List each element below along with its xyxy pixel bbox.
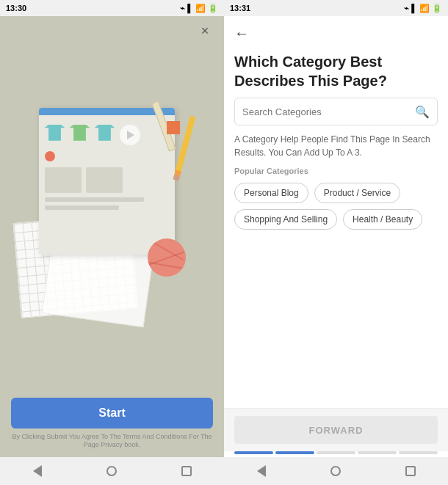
card-body xyxy=(39,115,175,219)
right-nav-bar xyxy=(224,457,448,485)
back-button[interactable]: ← xyxy=(234,25,438,42)
illustration xyxy=(24,93,200,321)
left-status-icons: ⌁ ▌ 📶 🔋 xyxy=(180,4,218,13)
start-button[interactable]: Start xyxy=(11,398,213,429)
card-text-line-2 xyxy=(45,205,119,210)
right-panel: 13:31 ⌁ ▌ 📶 🔋 ← Which Category Best Desc… xyxy=(224,0,448,485)
progress-segment-3 xyxy=(317,451,355,454)
tag-shopping-selling[interactable]: Shopping And Selling xyxy=(234,209,337,230)
tshirt-icon-2 xyxy=(70,125,90,141)
play-triangle-icon xyxy=(127,131,134,139)
right-back-triangle-icon xyxy=(257,465,266,477)
progress-segment-1 xyxy=(234,451,273,454)
progress-segment-4 xyxy=(358,451,397,454)
illustration-area xyxy=(0,16,224,390)
progress-segment-5 xyxy=(399,451,438,454)
search-input[interactable] xyxy=(242,106,409,117)
left-signal-icon: ▌ xyxy=(187,4,193,12)
card-text-line-1 xyxy=(45,197,144,202)
right-bluetooth-icon: ⌁ xyxy=(404,4,409,13)
right-signal-icon: ▌ xyxy=(411,4,417,12)
nav-recent-icon[interactable] xyxy=(179,464,194,478)
home-circle-icon xyxy=(106,466,117,476)
category-tags: Personal Blog Product / Service Shopping… xyxy=(234,183,438,230)
img-placeholder-1 xyxy=(45,167,82,193)
right-content: ← Which Category Best Describes This Pag… xyxy=(224,16,448,408)
nav-back-icon[interactable] xyxy=(30,464,45,478)
right-recent-square-icon xyxy=(405,466,416,476)
tag-personal-blog[interactable]: Personal Blog xyxy=(234,183,308,203)
right-wifi-icon: 📶 xyxy=(419,4,430,13)
close-button[interactable]: × xyxy=(195,21,215,41)
right-status-icons: ⌁ ▌ 📶 🔋 xyxy=(404,4,442,13)
tshirts-row xyxy=(45,125,169,145)
tshirt-icon-3 xyxy=(95,125,115,141)
forward-area: FORWARD xyxy=(224,409,448,451)
terms-text: By Clicking Submit You Agree To The Term… xyxy=(11,433,213,450)
left-status-bar: 13:30 ⌁ ▌ 📶 🔋 xyxy=(0,0,224,16)
helper-text: A Category Help People Find This Page In… xyxy=(234,133,438,159)
left-bluetooth-icon: ⌁ xyxy=(180,4,185,13)
search-icon: 🔍 xyxy=(415,105,430,119)
close-icon: × xyxy=(201,23,209,39)
nav-home-icon[interactable] xyxy=(104,464,119,478)
img-placeholder-2 xyxy=(86,167,123,193)
right-nav-recent-icon[interactable] xyxy=(403,464,418,478)
left-time: 13:30 xyxy=(6,4,26,12)
progress-segment-2 xyxy=(275,451,314,454)
main-card xyxy=(39,108,175,255)
forward-button[interactable]: FORWARD xyxy=(234,416,438,444)
orange-square xyxy=(167,121,180,134)
right-status-bar: 13:31 ⌁ ▌ 📶 🔋 xyxy=(224,0,448,16)
right-nav-back-icon[interactable] xyxy=(254,464,269,478)
play-button xyxy=(120,125,140,145)
left-battery-icon: 🔋 xyxy=(208,4,218,13)
tag-product-service[interactable]: Product / Service xyxy=(314,183,400,203)
search-box[interactable]: 🔍 xyxy=(234,98,438,125)
left-bottom-area: Start By Clicking Submit You Agree To Th… xyxy=(0,390,224,457)
progress-bar xyxy=(224,451,448,457)
yarn-ball xyxy=(148,238,186,277)
back-triangle-icon xyxy=(33,465,42,477)
orange-dot xyxy=(45,151,55,161)
tag-health-beauty[interactable]: Health / Beauty xyxy=(343,209,422,230)
right-time: 13:31 xyxy=(230,4,250,12)
left-nav-bar xyxy=(0,457,224,485)
left-panel: 13:30 ⌁ ▌ 📶 🔋 × xyxy=(0,0,224,485)
right-battery-icon: 🔋 xyxy=(432,4,442,13)
image-placeholders xyxy=(45,167,169,193)
right-nav-home-icon[interactable] xyxy=(328,464,343,478)
yarn-line-3 xyxy=(148,262,186,270)
left-wifi-icon: 📶 xyxy=(195,4,206,13)
popular-label: Popular Categories xyxy=(234,167,438,175)
recent-square-icon xyxy=(181,466,192,476)
right-home-circle-icon xyxy=(330,466,341,476)
tshirt-icon-1 xyxy=(45,125,65,141)
page-title: Which Category Best Describes This Page? xyxy=(234,52,438,90)
